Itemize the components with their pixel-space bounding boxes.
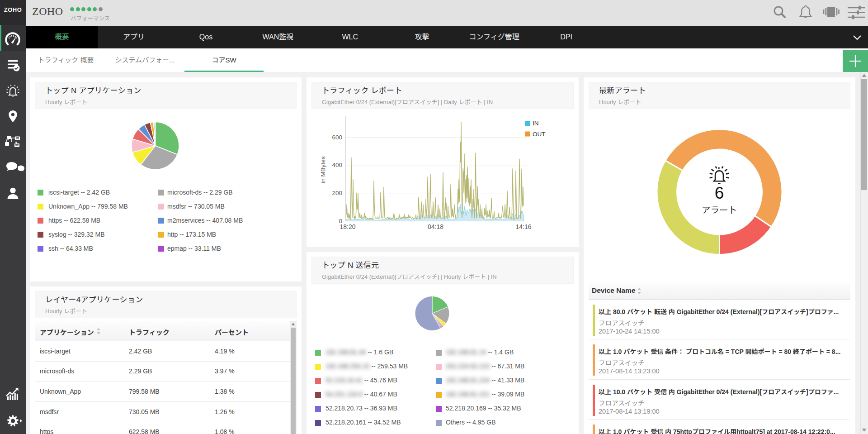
- svg-text:600: 600: [332, 134, 342, 141]
- svg-text:04:18: 04:18: [428, 223, 443, 230]
- svg-text:14:16: 14:16: [515, 223, 531, 230]
- svg-text:18:20: 18:20: [340, 223, 355, 230]
- svg-text:400: 400: [332, 162, 342, 168]
- svg-text:OUT: OUT: [533, 131, 546, 138]
- svg-text:200: 200: [332, 190, 342, 196]
- svg-text:IN: IN: [533, 120, 539, 127]
- svg-text:in MBytes: in MBytes: [320, 156, 326, 183]
